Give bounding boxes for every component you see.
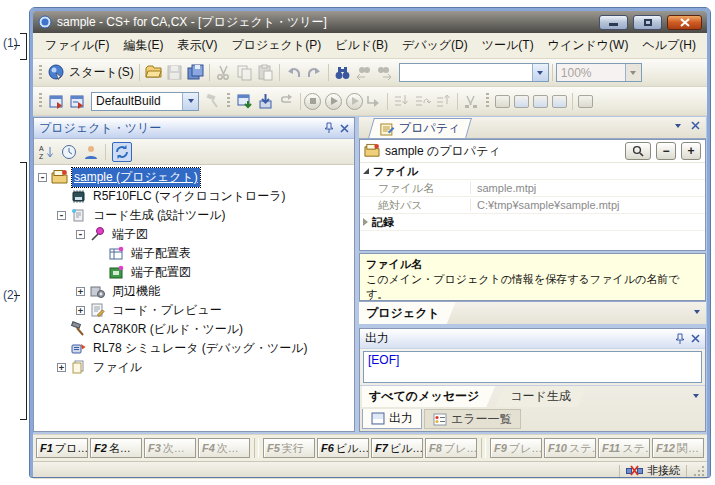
- menu-build[interactable]: ビルド(B): [328, 34, 395, 57]
- close-button[interactable]: [667, 15, 702, 30]
- tree-item-sample[interactable]: - sample (プロジェクト): [34, 168, 354, 187]
- annotation-1-dash: [14, 45, 20, 46]
- category-record[interactable]: 記録: [360, 214, 705, 231]
- menu-project[interactable]: プロジェクト(P): [224, 34, 328, 57]
- build-mode-combobox[interactable]: DefaultBuild: [91, 92, 199, 111]
- paste-button[interactable]: [255, 62, 276, 84]
- sort-az-icon[interactable]: AZ: [39, 144, 55, 160]
- download-button[interactable]: [255, 90, 276, 112]
- property-row-filename[interactable]: ファイル名 sample.mtpj: [360, 180, 705, 197]
- menu-window[interactable]: ウインドウ(W): [541, 34, 636, 57]
- undo-button[interactable]: [283, 62, 304, 84]
- menu-tool[interactable]: ツール(T): [475, 34, 541, 57]
- search-combobox-dropdown[interactable]: [532, 64, 548, 81]
- step-out-icon: [435, 93, 452, 110]
- tree-expander-minus-icon[interactable]: -: [57, 211, 66, 220]
- collapse-all-button[interactable]: −: [656, 142, 676, 160]
- start-button[interactable]: スタート(S): [46, 62, 136, 84]
- menu-help[interactable]: ヘルプ(H): [635, 34, 703, 57]
- fkey-f1[interactable]: F1プロ…: [36, 438, 88, 458]
- tree-item-file[interactable]: + ファイル: [34, 358, 354, 377]
- user-icon[interactable]: [83, 144, 99, 160]
- tab-property-label: プロパティ: [399, 120, 460, 137]
- fkey-f7[interactable]: F7ビル…: [371, 438, 423, 458]
- find-backward-button[interactable]: [353, 62, 374, 84]
- toolbar-grip[interactable]: [227, 93, 230, 109]
- tab-error-list[interactable]: エラー一覧: [424, 409, 521, 429]
- menu-debug[interactable]: デバッグ(D): [395, 34, 475, 57]
- save-all-button[interactable]: [185, 62, 206, 84]
- debug-window-button-1: [495, 95, 510, 108]
- menu-edit[interactable]: 編集(E): [116, 34, 170, 57]
- tree-item-build-tool[interactable]: CA78K0R (ビルド・ツール): [34, 320, 354, 339]
- description-text: このメイン・プロジェクトの情報を保存するファイルの名前です。: [366, 272, 699, 302]
- description-title: ファイル名: [366, 257, 699, 272]
- copy-button[interactable]: [234, 62, 255, 84]
- toolbar-grip[interactable]: [39, 93, 42, 109]
- toolbar-grip[interactable]: [39, 65, 42, 81]
- category-collapsed-icon: [363, 218, 368, 226]
- tree-item-debug-tool[interactable]: RL78 シミュレータ (デバッグ・ツール): [34, 339, 354, 358]
- clock-icon[interactable]: [61, 144, 77, 160]
- category-file[interactable]: ファイル: [360, 163, 705, 180]
- resize-grip[interactable]: [693, 465, 705, 477]
- build-project-button[interactable]: [46, 90, 67, 112]
- output-icon: [371, 412, 385, 425]
- chevron-down-icon[interactable]: [694, 310, 700, 314]
- tab-code-generation[interactable]: コード生成: [495, 386, 587, 407]
- expand-all-button[interactable]: +: [681, 142, 701, 160]
- pin-icon[interactable]: [324, 122, 334, 134]
- chevron-down-icon: [188, 99, 194, 103]
- tab-property[interactable]: プロパティ: [368, 118, 472, 138]
- tree-item-pin-table[interactable]: 端子配置表: [34, 244, 354, 263]
- find-forward-button[interactable]: [374, 62, 395, 84]
- tab-output[interactable]: 出力: [362, 409, 422, 429]
- annotation-1-bracket: [20, 33, 27, 60]
- fkey-f2[interactable]: F2名…: [90, 438, 142, 458]
- find-button[interactable]: [332, 62, 353, 84]
- restore-button[interactable]: [633, 15, 662, 30]
- build-download-button[interactable]: [234, 90, 255, 112]
- tab-all-messages[interactable]: すべてのメッセージ: [362, 386, 495, 407]
- search-combobox[interactable]: [399, 63, 549, 82]
- file-icon: [70, 359, 87, 376]
- chevron-down-icon[interactable]: [693, 394, 699, 398]
- toolbar-grip[interactable]: [486, 93, 489, 109]
- output-console[interactable]: [EOF]: [363, 351, 702, 383]
- property-row-abspath[interactable]: 絶対パス C:¥tmp¥sample¥sample.mtpj: [360, 197, 705, 214]
- tree-item-code-preview[interactable]: + コード・プレビュー: [34, 301, 354, 320]
- close-icon[interactable]: [691, 334, 700, 343]
- tree-expander-minus-icon[interactable]: -: [38, 173, 47, 182]
- save-all-icon: [187, 64, 204, 81]
- cut-button[interactable]: [213, 62, 234, 84]
- save-button[interactable]: [164, 62, 185, 84]
- tree-expander-plus-icon[interactable]: +: [76, 287, 85, 296]
- open-project-button[interactable]: [143, 62, 164, 84]
- menu-file[interactable]: ファイル(F): [38, 34, 116, 57]
- tree-item-pin-diagram[interactable]: - 端子図: [34, 225, 354, 244]
- tree-expander-plus-icon[interactable]: +: [57, 363, 66, 372]
- tab-project[interactable]: プロジェクト: [359, 302, 456, 324]
- tree-item-pin-layout[interactable]: 端子配置図: [34, 263, 354, 282]
- tree-item-microcontroller[interactable]: R5F10FLC (マイクロコントローラ): [34, 187, 354, 206]
- property-search-button[interactable]: [625, 142, 651, 160]
- minimize-button[interactable]: [599, 15, 628, 30]
- pin-icon[interactable]: [675, 333, 685, 345]
- rebuild-project-button[interactable]: [67, 90, 88, 112]
- refresh-button[interactable]: [112, 142, 132, 162]
- menu-view[interactable]: 表示(V): [170, 34, 224, 57]
- tree-item-peripheral[interactable]: + 周辺機能: [34, 282, 354, 301]
- close-icon[interactable]: [340, 124, 349, 133]
- tree-expander-plus-icon[interactable]: +: [76, 306, 85, 315]
- chevron-down-icon[interactable]: [675, 124, 681, 128]
- close-icon[interactable]: [691, 121, 700, 130]
- tree-item-label: CA78K0R (ビルド・ツール): [91, 320, 245, 339]
- fkey-f6[interactable]: F6ビル…: [317, 438, 369, 458]
- standard-toolbar: スタート(S) 100%: [33, 59, 707, 87]
- build-mode-dropdown[interactable]: [182, 93, 198, 110]
- close-icon: [680, 18, 690, 27]
- main-area: プロジェクト・ツリー AZ - sample (プロジェクト): [33, 116, 707, 434]
- redo-button[interactable]: [304, 62, 325, 84]
- tree-item-code-generator[interactable]: - コード生成 (設計ツール): [34, 206, 354, 225]
- tree-expander-minus-icon[interactable]: -: [76, 230, 85, 239]
